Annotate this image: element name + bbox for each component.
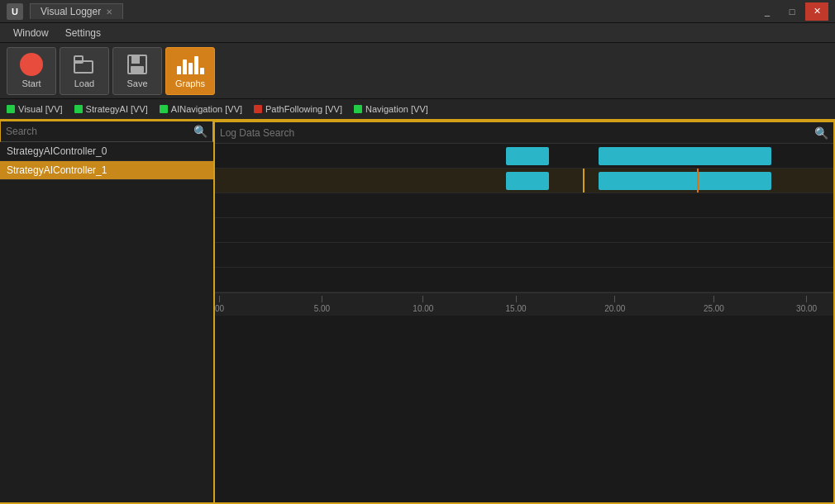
ruler-tick-1: 5.00 xyxy=(314,296,330,313)
timeline-row-3 xyxy=(215,218,833,243)
menu-bar: Window Settings xyxy=(0,23,835,43)
maximize-button[interactable]: □ xyxy=(780,2,804,21)
ruler-tick-2: 10.00 xyxy=(413,296,433,313)
load-label: Load xyxy=(74,78,94,88)
search-icon: 🔍 xyxy=(193,125,208,138)
menu-window[interactable]: Window xyxy=(5,26,57,40)
toolbar: Start Load Save xyxy=(0,43,835,99)
graphs-icon xyxy=(177,53,203,76)
ruler-tick-3: 15.00 xyxy=(506,296,527,313)
legend-ainavigation-label: AINavigation [VV] xyxy=(171,104,242,114)
legend-navigation[interactable]: Navigation [VV] xyxy=(354,104,428,114)
minimize-button[interactable]: _ xyxy=(756,2,779,21)
graphs-button[interactable]: Graphs xyxy=(165,47,215,95)
visual-logger-tab[interactable]: Visual Logger ✕ xyxy=(30,3,123,19)
legend-ainavigation-dot xyxy=(160,105,168,113)
timeline-block-0-0 xyxy=(506,147,549,165)
timeline-ruler: 00 5.00 10.00 15.00 20.00 25.00 30.00 xyxy=(215,292,833,316)
list-item-controller1[interactable]: StrategyAIController_1 xyxy=(0,161,213,180)
timeline-row-2 xyxy=(215,193,833,218)
main-content: 🔍 StrategyAIController_0 StrategyAIContr… xyxy=(0,121,835,504)
tab-close-icon[interactable]: ✕ xyxy=(106,7,112,17)
start-button[interactable]: Start xyxy=(7,47,56,95)
load-button[interactable]: Load xyxy=(60,47,109,95)
log-search-bar: 🔍 xyxy=(215,122,833,144)
timeline-row-4 xyxy=(215,243,833,268)
load-icon xyxy=(71,53,98,76)
legend-bar: Visual [VV] StrategyAI [VV] AINavigation… xyxy=(0,99,835,121)
legend-navigation-label: Navigation [VV] xyxy=(365,104,428,114)
ruler-tick-6: 30.00 xyxy=(796,296,817,313)
log-search-icon: 🔍 xyxy=(814,126,828,140)
timeline-row-5 xyxy=(215,268,833,292)
timeline-block-1-1 xyxy=(599,172,771,190)
graphs-label: Graphs xyxy=(175,78,205,88)
right-panel: 🔍 00 5.00 1 xyxy=(215,121,835,504)
timeline-row-1 xyxy=(215,169,833,193)
list-item-controller0[interactable]: StrategyAIController_0 xyxy=(0,142,213,161)
save-label: Save xyxy=(126,78,147,88)
menu-settings[interactable]: Settings xyxy=(57,26,109,40)
timeline-marker-orange xyxy=(697,169,699,193)
ruler-tick-0: 00 xyxy=(215,296,224,313)
ruler-tick-5: 25.00 xyxy=(704,296,724,313)
legend-pathfollowing-label: PathFollowing [VV] xyxy=(265,104,342,114)
legend-ainavigation[interactable]: AINavigation [VV] xyxy=(160,104,242,114)
save-button[interactable]: Save xyxy=(112,47,162,95)
ruler-tick-4: 20.00 xyxy=(604,296,625,313)
title-bar: U Visual Logger ✕ _ □ ✕ xyxy=(0,0,835,23)
svg-rect-4 xyxy=(131,66,144,73)
log-search-input[interactable] xyxy=(220,127,814,139)
legend-pathfollowing-dot xyxy=(254,105,262,113)
timeline-row-0 xyxy=(215,144,833,169)
tab-label: Visual Logger xyxy=(41,6,101,17)
legend-strategyai[interactable]: StrategyAI [VV] xyxy=(74,104,148,114)
svg-rect-3 xyxy=(131,55,140,64)
close-button[interactable]: ✕ xyxy=(805,2,828,21)
ue-logo: U xyxy=(7,3,23,20)
legend-visual[interactable]: Visual [VV] xyxy=(7,104,63,114)
legend-strategyai-dot xyxy=(74,105,83,113)
timeline-block-0-1 xyxy=(599,147,771,165)
start-icon xyxy=(18,53,45,76)
search-input[interactable] xyxy=(6,126,193,137)
left-panel: 🔍 StrategyAIController_0 StrategyAIContr… xyxy=(0,121,215,504)
start-label: Start xyxy=(21,78,41,88)
timeline-marker xyxy=(583,169,584,193)
legend-pathfollowing[interactable]: PathFollowing [VV] xyxy=(254,104,342,114)
window-controls: _ □ ✕ xyxy=(756,2,828,21)
legend-visual-label: Visual [VV] xyxy=(18,104,63,114)
legend-strategyai-label: StrategyAI [VV] xyxy=(86,104,148,114)
search-bar: 🔍 xyxy=(0,121,213,142)
legend-visual-dot xyxy=(7,105,15,113)
timeline[interactable]: 00 5.00 10.00 15.00 20.00 25.00 30.00 xyxy=(215,144,833,502)
save-icon xyxy=(124,53,150,76)
timeline-block-1-0 xyxy=(506,172,549,190)
legend-navigation-dot xyxy=(354,105,362,113)
